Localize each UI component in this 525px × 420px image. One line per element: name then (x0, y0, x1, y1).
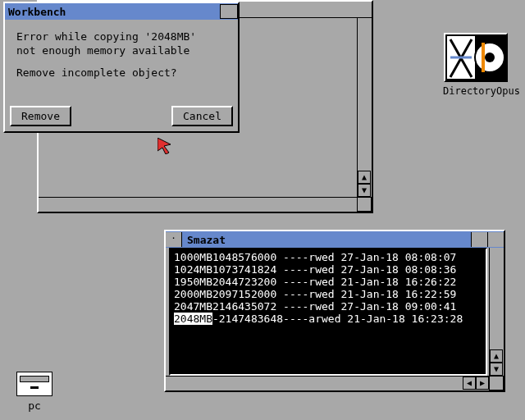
depth-gadget[interactable] (220, 4, 238, 19)
resize-gadget[interactable] (357, 197, 372, 212)
scroll-down-icon[interactable]: ▼ (490, 363, 503, 376)
depth-gadget[interactable] (487, 232, 504, 247)
icon-label: DirectoryOpus (443, 85, 509, 97)
scroll-right-icon[interactable]: ▶ (476, 377, 489, 390)
directoryopus-icon[interactable]: DirectoryOpus (443, 33, 509, 97)
close-gadget[interactable]: · (166, 232, 182, 247)
list-item[interactable]: 2000MB2097152000 ----rwed 21-Jan-18 16:2… (174, 288, 482, 300)
scrollbar-vertical[interactable]: ▲ ▼ (357, 18, 372, 197)
dialog-titlebar[interactable]: Workbench (5, 3, 238, 20)
cancel-button[interactable]: Cancel (171, 106, 233, 126)
svg-marker-0 (158, 138, 171, 154)
pc-drawer-icon[interactable]: pc (15, 372, 54, 412)
list-item[interactable]: 1950MB2044723200 ----rwed 21-Jan-18 16:2… (174, 276, 482, 288)
list-item[interactable]: 2048MB-2147483648----arwed 21-Jan-18 16:… (174, 313, 482, 325)
resize-gadget[interactable] (489, 376, 504, 390)
svg-point-6 (485, 52, 495, 62)
smazat-titlebar[interactable]: · Smazat (166, 231, 504, 248)
dialog-text-line: not enough memory available (16, 43, 226, 57)
scroll-down-icon[interactable]: ▼ (358, 184, 371, 197)
file-list[interactable]: 1000MB1048576000 ----rwed 27-Jan-18 08:0… (169, 248, 487, 376)
scrollbar-horizontal[interactable]: ◀ ▶ (166, 376, 489, 390)
scroll-up-icon[interactable]: ▲ (490, 349, 503, 363)
list-item[interactable]: 1000MB1048576000 ----rwed 27-Jan-18 08:0… (174, 251, 482, 263)
dialog-text-line: Error while copying '2048MB' (16, 30, 226, 43)
error-dialog: Workbench Error while copying '2048MB' n… (3, 2, 240, 133)
window-title: Smazat (182, 234, 226, 246)
smazat-window: · Smazat 1000MB1048576000 ----rwed 27-Ja… (164, 230, 505, 392)
list-item[interactable]: 2047MB2146435072 ----rwed 27-Jan-18 09:0… (174, 300, 482, 313)
scrollbar-vertical[interactable]: ▲ ▼ (489, 248, 504, 376)
disk-icon (444, 33, 508, 82)
scroll-up-icon[interactable]: ▲ (358, 171, 371, 184)
dialog-body: Error while copying '2048MB' not enough … (5, 20, 238, 86)
icon-label: pc (15, 399, 54, 412)
zoom-gadget[interactable] (471, 232, 487, 247)
scrollbar-horizontal[interactable] (39, 197, 357, 212)
scroll-left-icon[interactable]: ◀ (463, 377, 476, 390)
remove-button[interactable]: Remove (10, 106, 71, 126)
dialog-text-line: Remove incomplete object? (16, 66, 226, 80)
list-item[interactable]: 1024MB1073741824 ----rwed 27-Jan-18 08:0… (174, 263, 482, 276)
svg-rect-7 (482, 43, 485, 72)
drawer-icon (16, 372, 52, 396)
dialog-title: Workbench (8, 6, 66, 18)
mouse-pointer-icon (158, 138, 177, 157)
